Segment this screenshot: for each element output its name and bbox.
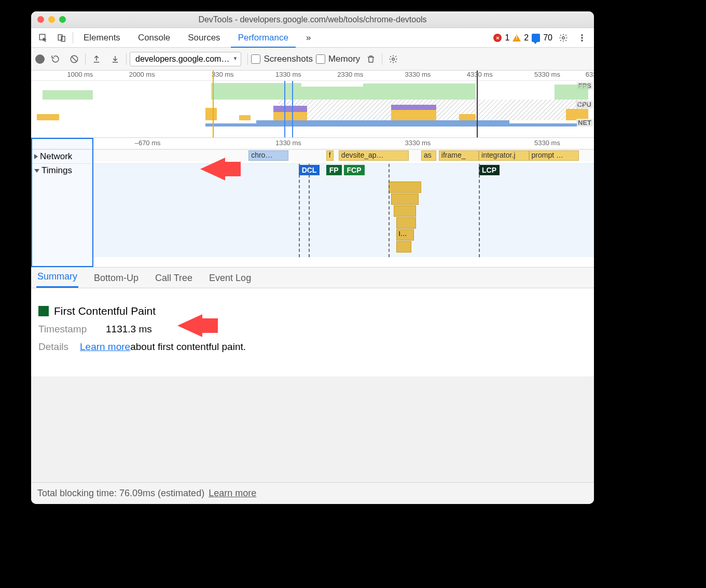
tick: 330 ms	[212, 71, 234, 78]
tick: 633	[586, 71, 594, 78]
marker-line	[213, 71, 214, 137]
performance-toolbar: developers.google.com… Screenshots Memor…	[31, 48, 594, 71]
task-bar[interactable]	[396, 217, 417, 229]
svg-point-4	[582, 34, 583, 36]
task-bar[interactable]	[389, 181, 421, 193]
learn-more-link[interactable]: Learn more	[80, 341, 130, 353]
more-tabs-button[interactable]: »	[299, 28, 318, 48]
network-block[interactable]: prompt …	[529, 150, 579, 161]
dashed-line	[389, 164, 390, 257]
recording-dropdown[interactable]: developers.google.com…	[130, 52, 241, 66]
dashed-line	[309, 164, 310, 257]
upload-icon[interactable]	[89, 51, 104, 67]
screenshots-checkbox[interactable]: Screenshots	[251, 54, 313, 64]
divider	[85, 53, 86, 65]
screenshots-label: Screenshots	[264, 54, 313, 64]
overview-ruler: 1000 ms 2000 ms 330 ms 1330 ms 2330 ms 3…	[31, 71, 594, 81]
tick: 1330 ms	[275, 71, 301, 78]
timing-fcp[interactable]: FCP	[344, 165, 365, 175]
tab-sources[interactable]: Sources	[181, 28, 227, 48]
network-block[interactable]: chro…	[248, 150, 288, 161]
timings-track-body: DCL FP FCP LCP l…	[93, 164, 594, 257]
divider	[126, 53, 127, 65]
main-panel[interactable]: –670 ms 1330 ms 3330 ms 5330 ms Network …	[31, 138, 594, 268]
network-block[interactable]: f	[326, 150, 334, 161]
tick: 2330 ms	[337, 71, 363, 78]
network-track[interactable]: Network chro… f devsite_ap… as iframe_ i…	[31, 149, 594, 163]
memory-label: Memory	[328, 54, 360, 64]
tab-summary[interactable]: Summary	[36, 267, 78, 288]
issues-badges[interactable]: × 1 2 70	[493, 33, 552, 43]
annotation-arrow-icon	[200, 158, 225, 180]
task-bar-labeled[interactable]: l…	[396, 229, 414, 241]
error-count: 1	[505, 33, 509, 43]
network-label: Network	[40, 151, 72, 162]
trash-icon[interactable]	[363, 51, 379, 67]
blocking-time-text: Total blocking time: 76.09ms (estimated)	[37, 488, 204, 499]
net-label: NET	[576, 119, 593, 127]
kebab-menu-icon[interactable]	[574, 30, 590, 46]
tick: 2000 ms	[129, 71, 155, 78]
memory-checkbox[interactable]: Memory	[316, 54, 360, 64]
devtools-tab-row: Elements Console Sources Performance » ×…	[31, 28, 594, 48]
main-ruler: –670 ms 1330 ms 3330 ms 5330 ms	[31, 138, 594, 149]
tab-console[interactable]: Console	[131, 28, 177, 48]
network-block[interactable]: integrator.j	[479, 150, 529, 161]
warning-icon	[513, 34, 521, 41]
empty-area	[31, 376, 594, 482]
settings-gear-icon[interactable]	[556, 30, 571, 46]
tick: 5330 ms	[534, 71, 560, 78]
tick: 1330 ms	[275, 139, 301, 147]
svg-point-3	[562, 36, 565, 39]
task-bar[interactable]	[394, 205, 416, 217]
download-icon[interactable]	[107, 51, 123, 67]
network-block[interactable]: as	[421, 150, 436, 161]
details-text: about first contentful paint.	[130, 341, 246, 353]
network-block[interactable]: iframe_	[439, 150, 479, 161]
marker-line	[477, 71, 478, 137]
timestamp-value: 1131.3 ms	[106, 324, 152, 335]
warning-count: 2	[524, 33, 529, 43]
memory-checkbox-input[interactable]	[316, 54, 325, 64]
expand-icon	[34, 154, 38, 159]
record-button[interactable]	[35, 54, 45, 64]
task-bar[interactable]	[396, 241, 411, 253]
timestamp-label: Timestamp	[38, 324, 106, 335]
capture-settings-gear-icon[interactable]	[385, 51, 401, 67]
device-toggle-icon[interactable]	[54, 30, 70, 46]
clear-icon[interactable]	[66, 51, 82, 67]
screenshots-checkbox-input[interactable]	[251, 54, 260, 64]
status-bar: Total blocking time: 76.09ms (estimated)…	[31, 482, 594, 504]
footer-learn-more-link[interactable]: Learn more	[209, 488, 256, 499]
inspect-icon[interactable]	[35, 30, 51, 46]
tick: 3330 ms	[405, 139, 431, 147]
task-bar[interactable]	[391, 193, 419, 205]
tab-performance[interactable]: Performance	[231, 28, 296, 48]
timings-track[interactable]: Timings DCL FP FCP LCP l…	[31, 163, 594, 267]
reload-record-icon[interactable]	[48, 51, 63, 67]
tab-event-log[interactable]: Event Log	[208, 269, 252, 288]
event-color-swatch	[38, 306, 49, 316]
network-block[interactable]: devsite_ap…	[339, 150, 409, 161]
svg-line-8	[72, 57, 77, 61]
timings-label: Timings	[41, 165, 72, 176]
summary-panel: First Contentful Paint Timestamp 1131.3 …	[31, 288, 594, 482]
timings-track-header[interactable]: Timings	[31, 164, 93, 177]
error-icon: ×	[493, 34, 502, 42]
timeline-overview[interactable]: 1000 ms 2000 ms 330 ms 1330 ms 2330 ms 3…	[31, 71, 594, 138]
details-label: Details	[38, 341, 80, 353]
net-lane: NET	[31, 120, 594, 128]
divider	[247, 53, 248, 65]
tick: 5330 ms	[534, 139, 560, 147]
event-title: First Contentful Paint	[54, 305, 156, 317]
tab-call-tree[interactable]: Call Tree	[154, 269, 193, 288]
timing-lcp[interactable]: LCP	[479, 165, 500, 175]
divider	[73, 32, 73, 44]
message-icon	[532, 34, 540, 42]
timing-fp[interactable]: FP	[326, 165, 342, 175]
cpu-lane: CPU	[31, 100, 594, 120]
tab-elements[interactable]: Elements	[76, 28, 128, 48]
tab-bottom-up[interactable]: Bottom-Up	[93, 269, 140, 288]
tick: 3330 ms	[405, 71, 431, 78]
network-track-header[interactable]: Network	[31, 150, 93, 163]
